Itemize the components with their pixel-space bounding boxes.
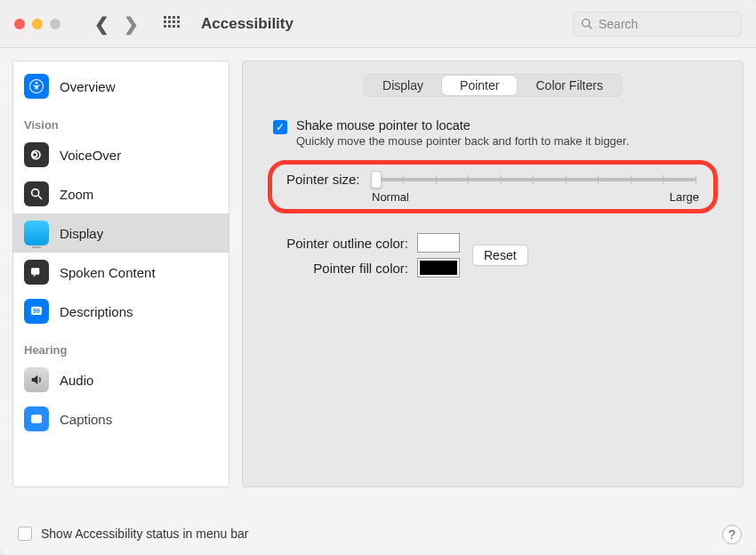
show-all-icon[interactable] bbox=[164, 16, 180, 32]
sidebar: Overview Vision VoiceOver Zoom Display bbox=[12, 60, 229, 487]
descriptions-icon: 99 bbox=[24, 299, 49, 324]
preferences-window: ❮ ❯ Accessibility Search Overview Vision bbox=[0, 0, 756, 555]
sidebar-item-display[interactable]: Display bbox=[13, 213, 229, 253]
svg-point-2 bbox=[32, 152, 36, 157]
spoken-content-icon bbox=[24, 260, 49, 285]
sidebar-item-voiceover[interactable]: VoiceOver bbox=[13, 135, 229, 174]
accessibility-icon bbox=[24, 74, 49, 99]
sidebar-item-label: Display bbox=[60, 226, 103, 241]
nav-arrows: ❮ ❯ bbox=[94, 13, 139, 35]
tab-pointer[interactable]: Pointer bbox=[442, 76, 517, 95]
forward-button: ❯ bbox=[124, 13, 139, 35]
window-controls bbox=[14, 19, 60, 29]
search-field[interactable]: Search bbox=[573, 12, 742, 36]
audio-icon bbox=[24, 367, 49, 392]
svg-point-1 bbox=[36, 82, 38, 84]
zoom-window-button bbox=[50, 19, 60, 29]
svg-text:99: 99 bbox=[33, 308, 40, 314]
sidebar-item-audio[interactable]: Audio bbox=[13, 360, 229, 399]
sidebar-section-hearing: Hearing bbox=[13, 331, 229, 360]
svg-line-5 bbox=[38, 196, 42, 199]
sidebar-item-label: Overview bbox=[60, 79, 116, 94]
shake-pointer-row: ✓ Shake mouse pointer to locate Quickly … bbox=[273, 118, 720, 148]
sidebar-section-vision: Vision bbox=[13, 106, 229, 135]
shake-pointer-label: Shake mouse pointer to locate bbox=[296, 118, 629, 133]
window-title: Accessibility bbox=[201, 15, 294, 33]
tab-color-filters[interactable]: Color Filters bbox=[518, 75, 621, 96]
status-menu-bar-checkbox[interactable] bbox=[18, 527, 32, 541]
status-menu-bar-label: Show Accessibility status in menu bar bbox=[41, 527, 248, 541]
sidebar-item-label: Descriptions bbox=[60, 304, 133, 319]
toolbar: ❮ ❯ Accessibility Search bbox=[0, 0, 756, 48]
shake-pointer-checkbox[interactable]: ✓ bbox=[273, 120, 287, 134]
minimize-window-button[interactable] bbox=[32, 19, 43, 29]
sidebar-item-overview[interactable]: Overview bbox=[13, 67, 229, 106]
display-icon bbox=[24, 221, 49, 245]
sidebar-item-label: VoiceOver bbox=[60, 148, 121, 163]
pointer-size-thumb[interactable] bbox=[371, 171, 382, 189]
sidebar-item-label: Audio bbox=[60, 373, 93, 388]
tab-display[interactable]: Display bbox=[365, 75, 441, 96]
zoom-icon bbox=[24, 181, 49, 206]
svg-rect-9 bbox=[31, 414, 42, 422]
close-window-button[interactable] bbox=[14, 19, 25, 29]
voiceover-icon bbox=[24, 142, 49, 167]
svg-point-4 bbox=[32, 189, 39, 197]
reset-button[interactable]: Reset bbox=[472, 245, 528, 266]
pointer-size-highlight: Pointer size: bbox=[268, 160, 718, 213]
sidebar-item-descriptions[interactable]: 99 Descriptions bbox=[13, 292, 229, 331]
sidebar-item-spoken-content[interactable]: Spoken Content bbox=[13, 253, 229, 292]
captions-icon bbox=[24, 406, 49, 431]
pointer-outline-label: Pointer outline color: bbox=[266, 236, 408, 251]
pointer-fill-label: Pointer fill color: bbox=[266, 261, 408, 276]
tab-segmented-control: Display Pointer Color Filters bbox=[364, 74, 622, 97]
sidebar-item-captions[interactable]: Captions bbox=[13, 399, 229, 438]
sidebar-item-zoom[interactable]: Zoom bbox=[13, 174, 229, 213]
pointer-size-label: Pointer size: bbox=[286, 172, 360, 187]
shake-pointer-description: Quickly move the mouse pointer back and … bbox=[296, 134, 629, 148]
pointer-fill-color-well[interactable] bbox=[417, 258, 460, 278]
settings-panel: Display Pointer Color Filters ✓ Shake mo… bbox=[242, 60, 744, 487]
pointer-size-min-label: Normal bbox=[372, 190, 409, 204]
pointer-size-slider[interactable] bbox=[371, 178, 696, 181]
search-placeholder: Search bbox=[599, 17, 638, 31]
pointer-outline-color-well[interactable] bbox=[417, 233, 460, 253]
pointer-size-max-label: Large bbox=[670, 190, 699, 204]
sidebar-item-label: Captions bbox=[60, 412, 112, 427]
svg-rect-6 bbox=[31, 268, 39, 274]
sidebar-item-label: Zoom bbox=[60, 187, 93, 202]
back-button[interactable]: ❮ bbox=[94, 13, 109, 35]
search-icon bbox=[581, 18, 593, 30]
footer: Show Accessibility status in menu bar bbox=[0, 512, 756, 555]
help-button[interactable]: ? bbox=[722, 525, 742, 544]
sidebar-item-label: Spoken Content bbox=[60, 265, 156, 280]
